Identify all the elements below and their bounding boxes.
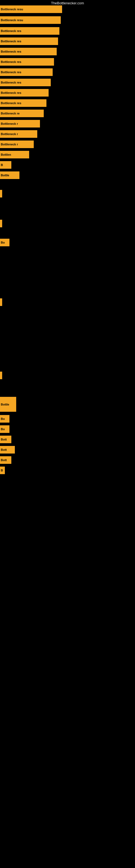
bar-item[interactable]: Bottleneck res bbox=[0, 27, 59, 35]
bar-item[interactable]: Bottleneck r bbox=[0, 120, 40, 127]
bar-item[interactable]: Bottleneck res bbox=[0, 48, 57, 55]
bar-label: Bottleneck r bbox=[0, 141, 34, 148]
bar-item[interactable]: Bottle bbox=[0, 397, 16, 412]
bar-item[interactable]: Bottleneck res bbox=[0, 79, 51, 86]
bar-label: Bottle bbox=[0, 172, 19, 179]
bar-item[interactable]: Bottleneck re bbox=[0, 110, 44, 117]
bar-item[interactable] bbox=[0, 299, 2, 306]
bar-item[interactable]: Bottleneck res bbox=[0, 68, 53, 76]
bar-label: Bottleneck res bbox=[0, 68, 53, 76]
bar-item[interactable]: Bottleneck r bbox=[0, 141, 34, 148]
bar-label: Bott bbox=[0, 446, 15, 454]
bar-label: Bottleneck re bbox=[0, 110, 44, 117]
bar-label: Bottleneck res bbox=[0, 58, 54, 66]
bar-label: Bottleneck res bbox=[0, 27, 59, 35]
bar-item[interactable]: Bottleneck resu bbox=[0, 16, 61, 24]
bar-label: Bottlen bbox=[0, 151, 29, 158]
bar-item[interactable]: B bbox=[0, 161, 11, 169]
bar-label: Bottleneck res bbox=[0, 89, 49, 97]
bar-item[interactable]: Bottleneck res bbox=[0, 37, 58, 45]
bar-item[interactable]: Bottle bbox=[0, 172, 19, 179]
bar-label: Bottleneck resu bbox=[0, 5, 62, 13]
bar-label: Bott bbox=[0, 456, 11, 464]
bar-label: Bottleneck r bbox=[0, 130, 37, 138]
bar-label: Bo bbox=[0, 415, 9, 423]
bar-label: Bottle bbox=[0, 397, 16, 412]
bar-item[interactable]: Bottlen bbox=[0, 151, 29, 158]
bar-item[interactable] bbox=[0, 220, 2, 227]
site-title: TheBottlenecker.com bbox=[51, 1, 84, 5]
bar-item[interactable]: Bott bbox=[0, 446, 15, 454]
bar-label: Bott bbox=[0, 436, 11, 443]
bar-label: Bo bbox=[0, 425, 9, 433]
bar-label: B bbox=[0, 467, 5, 474]
bar-label: Bo bbox=[0, 239, 9, 246]
bar-label: Bottleneck resu bbox=[0, 16, 61, 24]
bar-item[interactable]: Bottleneck resu bbox=[0, 5, 62, 13]
bar-item[interactable]: Bo bbox=[0, 239, 9, 246]
bar-label: Bottleneck res bbox=[0, 48, 57, 55]
bar-item[interactable]: B bbox=[0, 467, 5, 474]
bar-item[interactable]: Bo bbox=[0, 425, 9, 433]
bar-label: Bottleneck r bbox=[0, 120, 40, 127]
bar-item[interactable]: Bott bbox=[0, 456, 11, 464]
bar-item[interactable]: Bottleneck res bbox=[0, 58, 54, 66]
bar-label: B bbox=[0, 161, 11, 169]
bar-item[interactable]: Bottleneck res bbox=[0, 89, 49, 97]
bar-label bbox=[0, 220, 2, 227]
bar-item[interactable] bbox=[0, 372, 2, 379]
bar-label: Bottleneck res bbox=[0, 37, 58, 45]
bar-item[interactable]: Bottleneck r bbox=[0, 130, 37, 138]
bar-item[interactable] bbox=[0, 190, 2, 197]
bar-label: Bottleneck res bbox=[0, 79, 51, 86]
bar-label bbox=[0, 372, 2, 379]
bar-label bbox=[0, 299, 2, 306]
bar-label bbox=[0, 190, 2, 197]
bar-label: Bottleneck res bbox=[0, 99, 46, 107]
bar-item[interactable]: Bott bbox=[0, 436, 11, 443]
bar-item[interactable]: Bottleneck res bbox=[0, 99, 46, 107]
bar-item[interactable]: Bo bbox=[0, 415, 9, 423]
